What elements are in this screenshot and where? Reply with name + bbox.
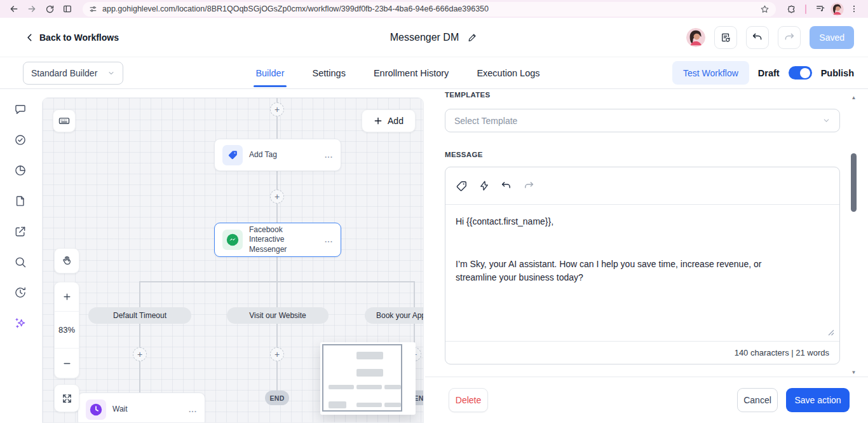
wait-clock-icon — [86, 399, 106, 420]
edit-title-icon[interactable] — [468, 32, 478, 43]
tab-builder[interactable]: Builder — [255, 57, 284, 88]
pan-tool-button[interactable] — [54, 248, 79, 274]
editor-redo-icon[interactable] — [523, 180, 534, 191]
external-link-icon[interactable] — [14, 225, 27, 238]
editor-undo-icon[interactable] — [501, 180, 512, 191]
message-body: I’m Sky, your AI assistant. How can I he… — [456, 258, 776, 284]
cancel-button[interactable]: Cancel — [737, 388, 778, 412]
toggle-knob — [800, 68, 810, 78]
pie-chart-icon[interactable] — [14, 164, 27, 177]
message-greeting: Hi {{contact.first_name}}, — [456, 215, 829, 228]
site-info-icon[interactable] — [89, 5, 97, 13]
add-step-plus[interactable]: + — [270, 102, 284, 116]
chevron-down-icon — [822, 116, 831, 125]
node-menu-icon[interactable]: ... — [189, 405, 197, 414]
node-add-tag[interactable]: Add Tag ... — [214, 139, 341, 171]
node-label: Facebook Interactive Messenger — [249, 225, 318, 255]
browser-forward-icon[interactable] — [24, 1, 39, 17]
workflow-canvas[interactable]: + + + + + Add Add Tag ... Facebook Inter… — [42, 97, 424, 423]
url-bar[interactable]: app.gohighlevel.com/location/8BR1QOqbSGj… — [83, 2, 776, 17]
browser-profile-avatar[interactable] — [831, 3, 844, 16]
builder-mode-select[interactable]: Standard Builder — [23, 62, 123, 85]
file-icon[interactable] — [14, 195, 27, 207]
publish-toggle[interactable] — [789, 66, 812, 80]
delete-button[interactable]: Delete — [449, 388, 488, 412]
zoom-out-button[interactable] — [55, 349, 79, 378]
chrome-divider — [805, 4, 806, 14]
workflow-title: Messenger DM — [390, 32, 459, 43]
extensions-icon[interactable] — [783, 1, 799, 17]
zoom-in-button[interactable] — [55, 282, 79, 312]
message-editor: Hi {{contact.first_name}}, I’m Sky, your… — [445, 167, 840, 364]
node-label: Wait — [112, 405, 128, 415]
workflow-tabs: Builder Settings Enrollment History Exec… — [123, 57, 672, 88]
scroll-up-icon[interactable]: ▲ — [851, 95, 857, 101]
browser-side-panel-icon[interactable] — [60, 1, 75, 17]
history-clock-icon[interactable] — [14, 286, 27, 299]
add-step-plus[interactable]: + — [270, 347, 284, 361]
version-history-button[interactable] — [714, 26, 737, 49]
add-step-plus[interactable]: + — [270, 190, 284, 204]
publish-label: Publish — [821, 68, 854, 78]
add-action-button[interactable]: Add — [362, 109, 416, 132]
document-history-icon — [720, 32, 731, 43]
user-avatar[interactable] — [686, 28, 705, 47]
chevron-left-icon — [25, 33, 34, 42]
connector-line — [276, 257, 278, 281]
zoom-level: 83% — [55, 312, 79, 349]
media-controls-icon[interactable] — [813, 1, 828, 17]
custom-values-tag-icon[interactable] — [456, 180, 468, 192]
node-facebook-messenger[interactable]: Facebook Interactive Messenger ... — [214, 223, 341, 257]
node-wait[interactable]: Wait ... — [78, 392, 205, 423]
fullscreen-button[interactable] — [54, 384, 79, 412]
save-action-button[interactable]: Save action — [786, 388, 850, 412]
panel-scrollbar[interactable]: ▲ ▼ — [850, 95, 858, 376]
branch-book-appointment[interactable]: Book your Appointment — [365, 307, 424, 324]
template-select[interactable]: Select Template — [445, 109, 840, 132]
back-to-workflows-button[interactable]: Back to Workflows — [25, 32, 119, 43]
trigger-links-bolt-icon[interactable] — [478, 180, 490, 191]
expand-icon — [62, 393, 72, 404]
browser-reload-icon[interactable] — [42, 1, 57, 17]
branch-default-timeout[interactable]: Default Timeout — [88, 307, 191, 324]
end-badge: END — [265, 391, 289, 405]
draft-label: Draft — [758, 68, 780, 78]
left-sidebar — [0, 90, 41, 423]
connector-line — [414, 281, 415, 307]
check-circle-icon[interactable] — [14, 134, 27, 146]
bookmark-star-icon[interactable] — [760, 4, 770, 14]
templates-label: TEMPLATES — [445, 91, 491, 99]
node-menu-icon[interactable]: ... — [325, 151, 333, 160]
comments-icon[interactable] — [14, 103, 27, 116]
redo-button[interactable] — [778, 26, 801, 49]
branch-visit-website[interactable]: Visit our Website — [227, 307, 329, 324]
connector-line — [276, 281, 278, 307]
scroll-down-icon[interactable]: ▼ — [851, 370, 857, 376]
keyboard-shortcuts-button[interactable] — [53, 109, 76, 132]
browser-back-icon[interactable] — [6, 1, 22, 17]
add-step-plus[interactable]: + — [133, 347, 147, 361]
tag-icon — [222, 145, 243, 165]
scrollbar-thumb[interactable] — [851, 153, 857, 212]
canvas-minimap[interactable] — [320, 342, 416, 415]
tab-enrollment-history[interactable]: Enrollment History — [374, 57, 449, 88]
url-text: app.gohighlevel.com/location/8BR1QOqbSGj… — [102, 4, 760, 13]
panel-footer: Delete Cancel Save action — [425, 377, 868, 423]
node-menu-icon[interactable]: ... — [325, 235, 333, 244]
minimap-viewport — [322, 344, 402, 412]
undo-button[interactable] — [746, 26, 769, 49]
saved-button[interactable]: Saved — [810, 26, 854, 49]
tab-settings[interactable]: Settings — [313, 57, 346, 88]
test-workflow-button[interactable]: Test Workflow — [672, 61, 749, 85]
template-select-placeholder: Select Template — [454, 116, 517, 126]
search-icon[interactable] — [14, 256, 27, 268]
message-textarea[interactable]: Hi {{contact.first_name}}, I’m Sky, your… — [445, 205, 839, 341]
ai-sparkles-icon[interactable] — [14, 317, 27, 329]
undo-icon — [752, 32, 763, 43]
tab-execution-logs[interactable]: Execution Logs — [477, 57, 539, 88]
resize-handle-icon[interactable] — [828, 329, 834, 336]
message-label: MESSAGE — [445, 151, 483, 158]
action-settings-panel: TEMPLATES Select Template MESSAGE — [425, 90, 868, 423]
node-label: Add Tag — [249, 150, 277, 160]
chrome-menu-icon[interactable] — [846, 1, 862, 17]
